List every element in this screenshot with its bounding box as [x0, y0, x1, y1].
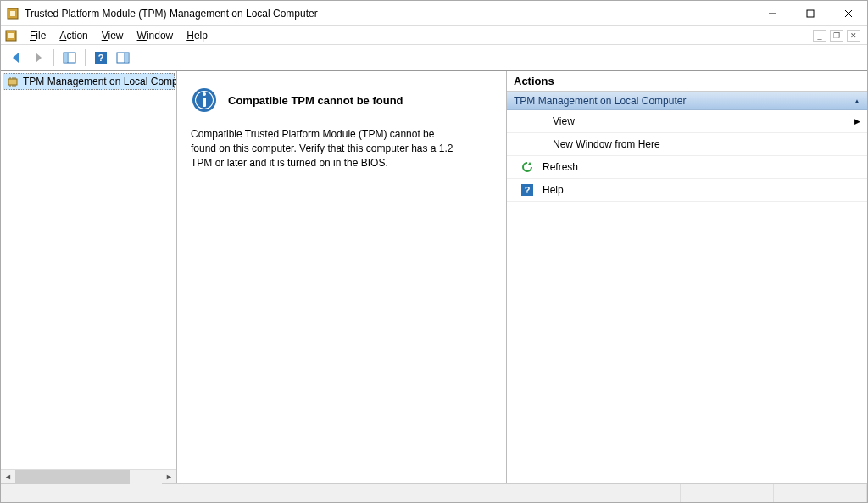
collapse-arrow-icon: ▲ — [854, 98, 860, 105]
tree-body: TPM Management on Local Comp — [1, 71, 176, 469]
action-label: Help — [542, 184, 564, 196]
toolbar-separator — [53, 49, 54, 66]
scroll-track[interactable] — [15, 470, 162, 484]
svg-point-26 — [203, 92, 206, 96]
app-window: Trusted Platform Module (TPM) Management… — [0, 0, 868, 503]
titlebar: Trusted Platform Module (TPM) Management… — [1, 1, 867, 26]
help-button[interactable]: ? — [91, 48, 111, 68]
action-label: Refresh — [542, 161, 578, 173]
actions-group-header[interactable]: TPM Management on Local Computer ▲ — [507, 92, 867, 110]
action-help[interactable]: ? Help — [507, 179, 867, 202]
status-cell — [1, 484, 681, 502]
menu-file[interactable]: File — [23, 28, 53, 43]
menubar: File Action View Window Help _ ❐ ✕ — [1, 26, 867, 45]
horizontal-scrollbar[interactable]: ◄ ► — [1, 469, 176, 483]
menu-view[interactable]: View — [95, 28, 131, 43]
refresh-icon — [520, 160, 534, 174]
mdi-controls: _ ❐ ✕ — [813, 30, 864, 42]
content-area: TPM Management on Local Comp ◄ ► Compati… — [1, 70, 867, 483]
menu-action[interactable]: Action — [53, 28, 94, 43]
detail-title: Compatible TPM cannot be found — [228, 94, 403, 107]
svg-rect-27 — [203, 98, 206, 107]
icon-spacer — [531, 137, 544, 151]
info-icon — [191, 87, 218, 114]
status-cell — [774, 484, 867, 502]
forward-button[interactable] — [28, 48, 48, 68]
back-button[interactable] — [6, 48, 26, 68]
toolbar: ? — [1, 45, 867, 70]
statusbar — [1, 483, 867, 502]
submenu-arrow-icon: ▶ — [854, 117, 860, 126]
show-hide-tree-button[interactable] — [59, 48, 80, 68]
action-label: New Window from Here — [553, 138, 660, 150]
detail-header: Compatible TPM cannot be found — [191, 87, 492, 114]
actions-header: Actions — [507, 71, 867, 92]
action-label: View — [553, 115, 575, 127]
mdi-restore-button[interactable]: ❐ — [830, 30, 843, 42]
menu-window[interactable]: Window — [131, 28, 181, 43]
detail-body: Compatible Trusted Platform Module (TPM)… — [191, 127, 453, 170]
status-cell — [681, 484, 774, 502]
window-title: Trusted Platform Module (TPM) Management… — [25, 8, 753, 20]
svg-rect-10 — [64, 53, 67, 62]
window-controls — [753, 1, 867, 25]
help-icon: ? — [520, 183, 534, 197]
action-new-window[interactable]: New Window from Here — [507, 133, 867, 156]
mdi-close-button[interactable]: ✕ — [847, 30, 860, 42]
scroll-right-arrow[interactable]: ► — [162, 470, 176, 484]
tree-item-label: TPM Management on Local Comp — [23, 75, 176, 87]
svg-text:?: ? — [525, 185, 531, 195]
app-icon — [6, 7, 19, 20]
action-refresh[interactable]: Refresh — [507, 156, 867, 179]
svg-rect-16 — [8, 79, 17, 85]
tree-item-tpm-management[interactable]: TPM Management on Local Comp — [3, 73, 175, 90]
svg-rect-7 — [8, 33, 14, 38]
svg-text:?: ? — [98, 53, 104, 63]
maximize-button[interactable] — [791, 1, 829, 25]
console-icon — [4, 29, 18, 42]
close-button[interactable] — [829, 1, 867, 25]
tpm-chip-icon — [6, 75, 19, 88]
actions-panel: Actions TPM Management on Local Computer… — [507, 71, 867, 483]
menu-help[interactable]: Help — [180, 28, 214, 43]
icon-spacer — [531, 115, 544, 128]
show-hide-action-pane-button[interactable] — [113, 48, 133, 68]
detail-panel: Compatible TPM cannot be found Compatibl… — [177, 71, 507, 483]
mdi-minimize-button[interactable]: _ — [813, 30, 826, 42]
toolbar-separator — [85, 49, 86, 66]
scroll-left-arrow[interactable]: ◄ — [1, 470, 15, 484]
action-view[interactable]: View ▶ — [507, 110, 867, 133]
tree-panel: TPM Management on Local Comp ◄ ► — [1, 71, 177, 483]
actions-group-title: TPM Management on Local Computer — [514, 95, 686, 107]
minimize-button[interactable] — [753, 1, 791, 25]
svg-rect-3 — [807, 10, 814, 17]
scroll-thumb[interactable] — [15, 470, 130, 484]
svg-rect-15 — [125, 53, 128, 62]
svg-rect-1 — [10, 11, 15, 16]
